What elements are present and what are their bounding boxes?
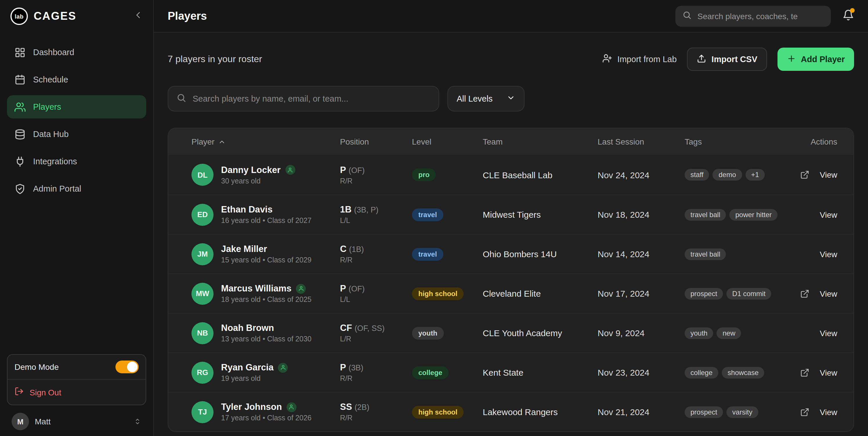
page-toolbar: 7 players in your roster Import from Lab… <box>168 48 854 71</box>
level-cell: high school <box>412 287 483 300</box>
view-button[interactable]: View <box>820 328 837 338</box>
search-icon <box>682 10 692 22</box>
column-header-player[interactable]: Player <box>191 137 340 146</box>
position-primary: C <box>340 244 346 254</box>
import-from-lab-label: Import from Lab <box>617 55 677 64</box>
filter-bar: All Levels <box>168 86 854 112</box>
sidebar-item-admin-portal[interactable]: Admin Portal <box>7 177 146 200</box>
column-header-last-session[interactable]: Last Session <box>598 137 685 146</box>
external-link-icon[interactable] <box>800 368 809 377</box>
column-header-tags[interactable]: Tags <box>685 137 788 146</box>
view-button[interactable]: View <box>820 407 837 416</box>
level-badge: high school <box>412 406 464 418</box>
linked-account-icon <box>285 165 295 175</box>
add-player-label: Add Player <box>801 55 845 64</box>
add-player-button[interactable]: Add Player <box>778 48 855 71</box>
team-cell: Ohio Bombers 14U <box>483 249 598 259</box>
column-header-team[interactable]: Team <box>483 137 598 146</box>
import-csv-button[interactable]: Import CSV <box>687 48 767 71</box>
shield-icon <box>14 183 26 194</box>
tags-cell: prospectvarsity <box>685 406 788 418</box>
position-secondary: (OF, SS) <box>354 324 385 333</box>
player-name: Noah Brown <box>221 323 312 333</box>
player-avatar: ED <box>191 203 214 226</box>
view-button[interactable]: View <box>820 289 837 298</box>
demo-mode-toggle[interactable] <box>116 360 139 373</box>
app-window: lab CAGES DashboardSchedulePlayersData H… <box>0 0 868 436</box>
sign-out-button[interactable]: Sign Out <box>7 380 146 405</box>
last-session-cell: Nov 23, 2024 <box>598 368 685 377</box>
player-search[interactable] <box>168 86 439 112</box>
player-avatar: JM <box>191 243 214 265</box>
team-cell: Cleveland Elite <box>483 289 598 298</box>
notifications-button[interactable] <box>842 9 854 23</box>
tag-badge: travel ball <box>685 209 726 220</box>
position-cell: SS (2B) R/R <box>340 402 412 422</box>
last-session-cell: Nov 9, 2024 <box>598 328 685 338</box>
sidebar-item-data-hub[interactable]: Data Hub <box>7 122 146 146</box>
import-csv-label: Import CSV <box>712 55 757 64</box>
demo-mode-card: Demo Mode Sign Out <box>7 354 146 405</box>
sidebar-item-players[interactable]: Players <box>7 95 146 118</box>
player-name: Danny Locker <box>221 165 295 175</box>
last-session-cell: Nov 17, 2024 <box>598 289 685 298</box>
level-cell: youth <box>412 326 483 339</box>
external-link-icon[interactable] <box>800 407 809 416</box>
view-button[interactable]: View <box>820 249 837 259</box>
external-link-icon[interactable] <box>800 289 809 298</box>
column-header-position[interactable]: Position <box>340 137 412 146</box>
view-button[interactable]: View <box>820 170 837 179</box>
player-avatar: NB <box>191 322 214 344</box>
last-session-cell: Nov 24, 2024 <box>598 170 685 180</box>
handedness: R/R <box>340 414 412 422</box>
sidebar-item-dashboard[interactable]: Dashboard <box>7 41 146 64</box>
player-avatar: TJ <box>191 401 214 423</box>
player-cell: RG Ryan Garcia 19 years old <box>191 361 340 383</box>
level-badge: travel <box>412 248 443 260</box>
level-badge: pro <box>412 168 436 181</box>
global-search[interactable] <box>675 5 831 26</box>
handedness: L/L <box>340 216 412 225</box>
user-menu[interactable]: M Matt <box>7 405 146 431</box>
tag-badge: showcase <box>722 367 765 378</box>
tags-cell: youthnew <box>685 327 788 339</box>
column-header-level[interactable]: Level <box>412 137 483 146</box>
level-badge: college <box>412 366 449 379</box>
position-primary: P <box>340 283 346 293</box>
upload-icon <box>697 54 706 65</box>
column-header-actions[interactable]: Actions <box>811 137 837 146</box>
player-search-input[interactable] <box>193 94 431 103</box>
tag-badge: D1 commit <box>726 288 771 299</box>
players-icon <box>14 101 26 112</box>
sidebar-item-integrations[interactable]: Integrations <box>7 150 146 173</box>
sidebar-collapse-button[interactable] <box>130 8 146 24</box>
players-page: 7 players in your roster Import from Lab… <box>154 32 868 432</box>
tag-badge: youth <box>685 327 713 339</box>
level-filter-value: All Levels <box>457 94 493 103</box>
view-button[interactable]: View <box>820 368 837 377</box>
sign-out-label: Sign Out <box>30 387 61 397</box>
toolbar-buttons: Import from Lab Import CSV Add Player <box>602 48 854 71</box>
global-search-input[interactable] <box>698 11 824 21</box>
sign-out-icon <box>14 387 24 398</box>
view-button[interactable]: View <box>820 210 837 219</box>
position-cell: CF (OF, SS) L/R <box>340 323 412 343</box>
demo-mode-label: Demo Mode <box>14 362 59 372</box>
sidebar-header: lab CAGES <box>0 0 153 32</box>
dashboard-icon <box>14 47 26 58</box>
level-cell: travel <box>412 248 483 260</box>
tags-cell: travel ballpower hitter <box>685 209 788 220</box>
position-secondary: (2B) <box>354 403 369 412</box>
topbar-actions <box>675 5 854 26</box>
table-header: PlayerPositionLevelTeamLast SessionTagsA… <box>168 128 854 155</box>
tag-badge: staff <box>685 169 709 180</box>
actions-cell: View <box>800 170 837 179</box>
level-badge: youth <box>412 326 443 339</box>
external-link-icon[interactable] <box>800 170 809 179</box>
tag-badge: varsity <box>726 406 758 418</box>
chevron-down-icon <box>506 93 515 104</box>
sidebar-item-schedule[interactable]: Schedule <box>7 68 146 91</box>
level-filter-select[interactable]: All Levels <box>447 86 525 112</box>
import-from-lab-button[interactable]: Import from Lab <box>602 53 677 65</box>
linked-account-icon <box>287 402 297 412</box>
